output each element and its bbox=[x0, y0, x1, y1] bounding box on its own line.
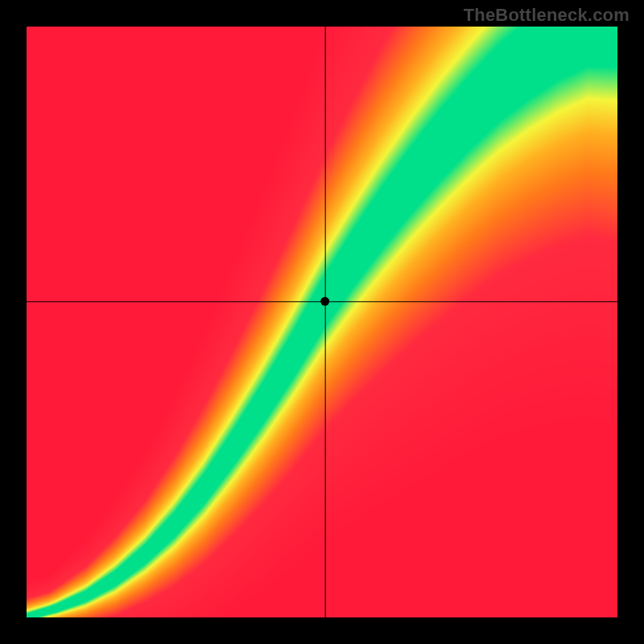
watermark-text: TheBottleneck.com bbox=[464, 5, 630, 26]
chart-frame: TheBottleneck.com bbox=[0, 0, 644, 644]
heatmap-canvas bbox=[27, 27, 617, 617]
